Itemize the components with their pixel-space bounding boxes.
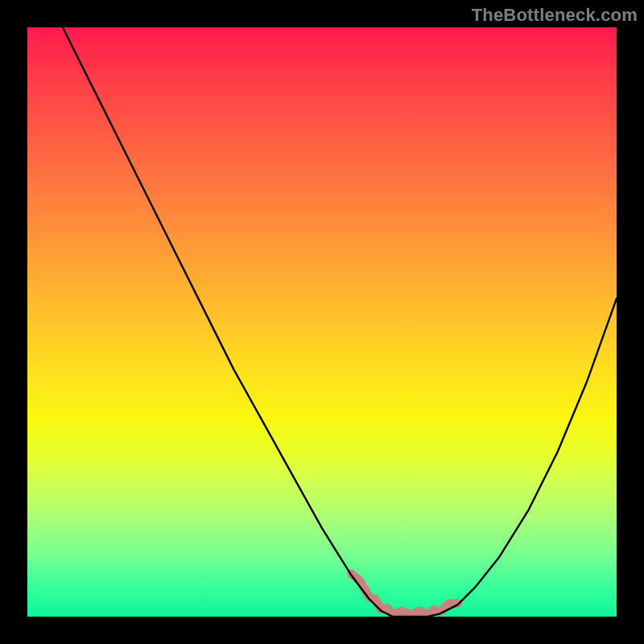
- curve-overlay: [27, 27, 617, 617]
- highlight-squiggle: [352, 574, 458, 615]
- chart-frame: TheBottleneck.com: [0, 0, 644, 644]
- plot-area: [27, 27, 617, 617]
- watermark-label: TheBottleneck.com: [472, 5, 638, 26]
- bottleneck-curve: [63, 27, 617, 617]
